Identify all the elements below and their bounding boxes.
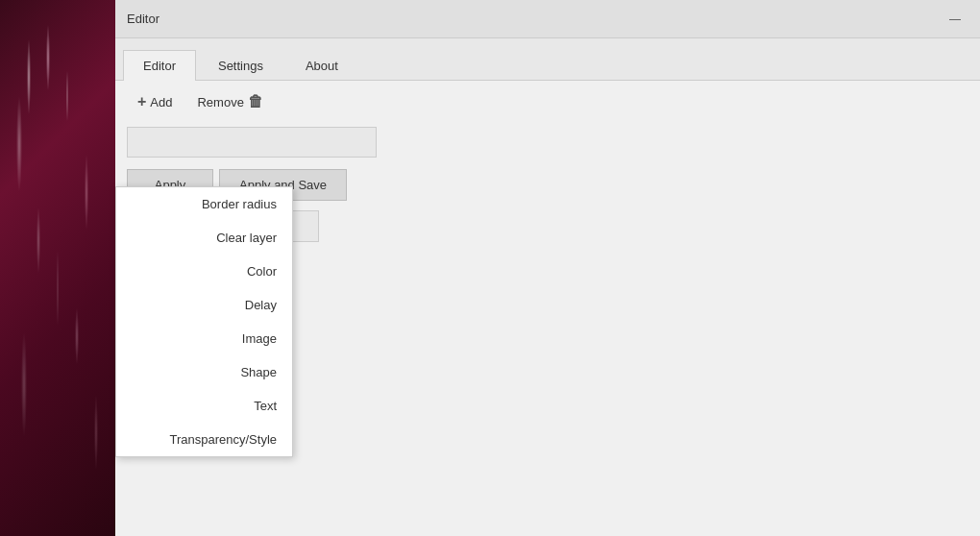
toolbar-row: + Add Remove 🗑 [115, 81, 980, 123]
dropdown-menu: Border radius Clear layer Color Delay Im… [115, 186, 293, 457]
trash-icon: 🗑 [248, 93, 263, 110]
menu-item-border-radius[interactable]: Border radius [116, 187, 292, 221]
tab-bar: Editor Settings About [115, 38, 980, 81]
add-label: Add [150, 95, 172, 110]
app-window: Editor — Editor Settings About + Add Rem… [115, 0, 980, 536]
content-area: + Add Remove 🗑 Apply Apply and Save To p… [115, 81, 980, 536]
menu-item-clear-layer[interactable]: Clear layer [116, 221, 292, 255]
menu-item-delay[interactable]: Delay [116, 288, 292, 322]
remove-label: Remove [197, 95, 243, 110]
tab-settings[interactable]: Settings [198, 50, 283, 81]
add-button[interactable]: + Add [127, 88, 183, 115]
minimize-button[interactable]: — [942, 8, 968, 31]
remove-button[interactable]: Remove 🗑 [186, 88, 273, 115]
menu-item-text[interactable]: Text [116, 389, 292, 423]
tab-about[interactable]: About [285, 50, 358, 81]
text-input[interactable] [127, 127, 377, 158]
background-fireworks [0, 0, 115, 536]
title-bar: Editor — [115, 0, 980, 38]
menu-item-transparency-style[interactable]: Transparency/Style [116, 423, 292, 456]
tab-editor[interactable]: Editor [123, 50, 196, 81]
text-input-row [115, 123, 980, 161]
menu-item-shape[interactable]: Shape [116, 355, 292, 389]
app-title: Editor [127, 12, 159, 26]
menu-item-color[interactable]: Color [116, 255, 292, 288]
title-bar-controls: — [942, 8, 968, 31]
menu-item-image[interactable]: Image [116, 322, 292, 355]
add-icon: + [137, 93, 146, 110]
